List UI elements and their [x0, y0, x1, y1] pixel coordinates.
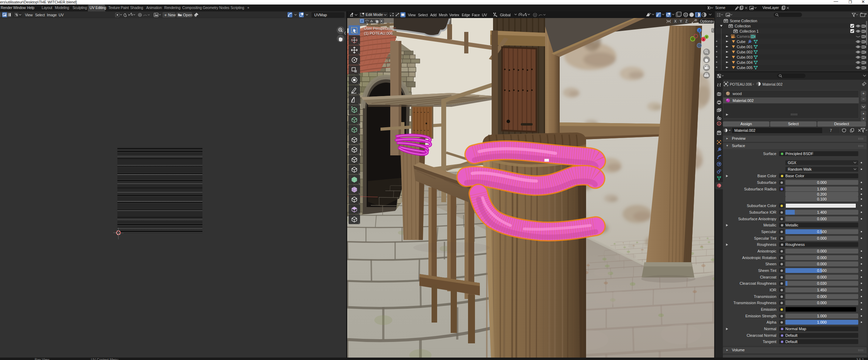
svg-text:Z: Z: [698, 29, 700, 32]
svg-text:Y: Y: [706, 35, 708, 39]
svg-text:X: X: [702, 38, 704, 41]
